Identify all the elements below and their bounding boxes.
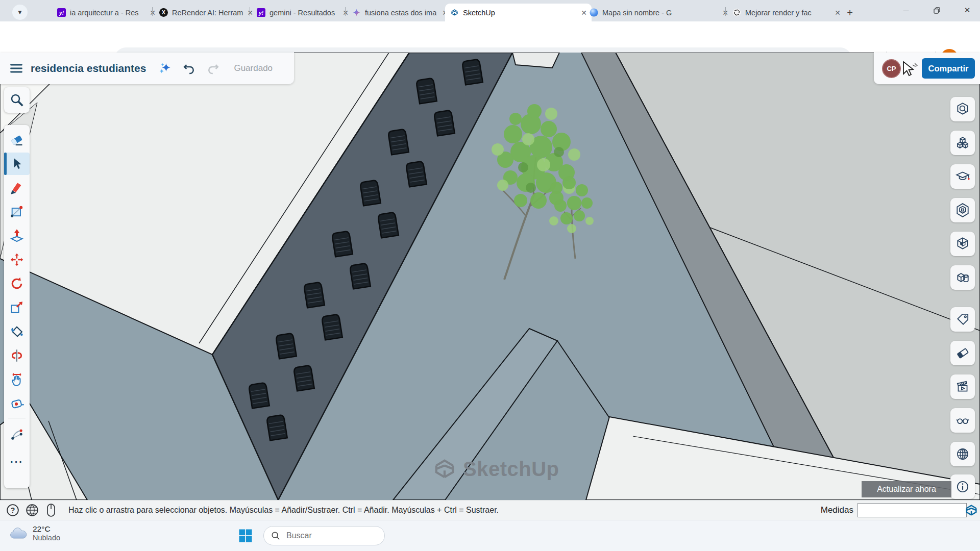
new-tab-button[interactable]: + — [842, 5, 857, 20]
mouse-cursor — [899, 59, 921, 80]
tab-separator — [250, 7, 250, 16]
tab-title: fusiona estas dos ima — [365, 9, 438, 17]
tab-mejorar-render[interactable]: Mejorar render y fac ✕ — [727, 4, 845, 21]
tab-ia-arquitectura[interactable]: y! ia arquitectur a - Res ✕ — [52, 4, 160, 21]
tool-flip[interactable] — [6, 344, 28, 367]
tab-title: gemini - Resultados — [270, 9, 338, 17]
start-button[interactable] — [238, 528, 253, 543]
watermark-text: SketchUp — [463, 458, 559, 481]
soften-edges-icon — [955, 203, 970, 218]
panel-search-model[interactable] — [950, 97, 975, 121]
sketchup-status-logo-icon — [964, 503, 979, 518]
tab-title: ia arquitectur a - Res — [70, 9, 145, 17]
tab-separator — [152, 7, 153, 16]
tool-zoom[interactable] — [4, 87, 30, 113]
model-scene — [0, 53, 980, 500]
browser-address-bar: ← → ↻ ⌂ app.sketchup.com/app G文 ☆ C ⋮ — [0, 21, 980, 53]
globe-grid-icon — [955, 446, 970, 462]
materials-icon — [955, 236, 970, 252]
window-maximize-button[interactable] — [925, 0, 948, 20]
taskbar-search-input[interactable] — [285, 531, 369, 541]
more-tools-button[interactable]: ··· — [6, 450, 28, 473]
arc-icon — [10, 427, 24, 441]
scenes-icon — [955, 379, 970, 394]
rotate-icon — [10, 277, 24, 291]
measurements-label: Medidas — [821, 505, 853, 515]
panel-entity-info[interactable] — [950, 474, 975, 499]
search-icon — [271, 531, 280, 540]
window-close-button[interactable]: ✕ — [955, 0, 979, 20]
weather-widget[interactable]: 22°C Nublado — [9, 524, 60, 542]
tool-pan[interactable] — [6, 368, 28, 391]
user-avatar[interactable]: CP — [882, 59, 901, 78]
window-minimize-button[interactable]: ─ — [894, 0, 918, 20]
panel-styles[interactable] — [950, 341, 975, 365]
share-button[interactable]: Compartir — [922, 58, 975, 79]
ai-sparkle-icon[interactable] — [157, 61, 173, 76]
main-menu-icon[interactable] — [9, 61, 23, 76]
tool-scale[interactable] — [6, 296, 28, 319]
yahoo-icon: y! — [257, 8, 265, 17]
mouse-icon[interactable] — [45, 503, 57, 517]
panel-materials[interactable] — [950, 232, 975, 256]
components-icon — [955, 135, 970, 151]
svg-text:y!: y! — [258, 10, 264, 16]
tool-paint-bucket[interactable] — [6, 320, 28, 343]
tool-line[interactable] — [6, 177, 28, 199]
panel-tags[interactable] — [950, 307, 975, 332]
tab-mapa[interactable]: Mapa sin nombre - G ✕ — [584, 4, 733, 21]
pan-hand-icon — [10, 372, 24, 387]
pencil-icon — [10, 181, 24, 195]
panel-soften-edges[interactable] — [950, 198, 975, 222]
tool-push-pull[interactable] — [6, 224, 28, 247]
instructor-icon — [955, 169, 970, 184]
push-pull-icon — [10, 229, 24, 243]
move-icon — [10, 253, 24, 267]
solid-tools-icon — [955, 270, 970, 285]
tool-move[interactable] — [6, 248, 28, 271]
windows-taskbar: 22°C Nublado W G 7 RRVT ACAD — [0, 520, 980, 551]
styles-icon — [955, 345, 970, 361]
restore-icon — [934, 7, 940, 14]
search-model-icon — [955, 102, 970, 117]
tab-title: ReRender AI: Herram — [172, 9, 243, 17]
tool-rotate[interactable] — [6, 272, 28, 295]
svg-text:y!: y! — [59, 10, 64, 16]
tab-gemini[interactable]: y! gemini - Resultados ✕ — [252, 4, 353, 21]
zoom-icon — [9, 92, 24, 108]
tab-search-chevron-icon[interactable]: ▼ — [12, 5, 28, 20]
tool-tape-measure[interactable] — [6, 392, 28, 415]
panel-solid-tools[interactable] — [950, 265, 975, 290]
scale-icon — [10, 300, 24, 315]
tab-close-icon[interactable]: ✕ — [835, 9, 841, 17]
tool-eraser[interactable] — [6, 129, 28, 151]
tab-title: SketchUp — [463, 9, 577, 17]
panel-components[interactable] — [950, 131, 975, 155]
undo-icon[interactable] — [182, 61, 196, 76]
tab-sketchup-active[interactable]: SketchUp ✕ — [445, 4, 592, 21]
tab-rerender[interactable]: X ReRender AI: Herram ✕ — [154, 4, 258, 21]
panel-geolocation[interactable] — [950, 442, 975, 466]
panel-instructor[interactable] — [950, 164, 975, 189]
update-now-button[interactable]: Actualizar ahora — [862, 481, 951, 497]
model-viewport[interactable]: SketchUp — [0, 53, 980, 500]
model-title[interactable]: residencia estudiantes — [31, 62, 146, 74]
redo-icon[interactable] — [206, 61, 220, 76]
tool-rectangle[interactable] — [6, 201, 28, 223]
sketchup-icon — [450, 8, 459, 17]
toolbar-separator — [8, 418, 26, 418]
tool-arc[interactable] — [6, 423, 28, 445]
help-icon[interactable]: ? — [6, 504, 19, 517]
tab-fusiona[interactable]: fusiona estas dos ima ✕ — [347, 4, 453, 21]
measurements-input[interactable] — [857, 503, 967, 517]
taskbar-search[interactable] — [263, 526, 385, 545]
sketchup-status-bar: ? Haz clic o arrastra para seleccionar o… — [0, 500, 980, 520]
language-globe-icon[interactable] — [26, 504, 39, 517]
chatgpt-icon — [732, 8, 741, 17]
rectangle-icon — [10, 205, 24, 219]
panel-display[interactable] — [950, 408, 975, 433]
screen: ▼ y! ia arquitectur a - Res ✕ X ReRender… — [0, 0, 980, 551]
tool-select[interactable] — [4, 153, 30, 175]
status-hint: Haz clic o arrastra para seleccionar obj… — [68, 506, 499, 515]
panel-scenes[interactable] — [950, 374, 975, 399]
